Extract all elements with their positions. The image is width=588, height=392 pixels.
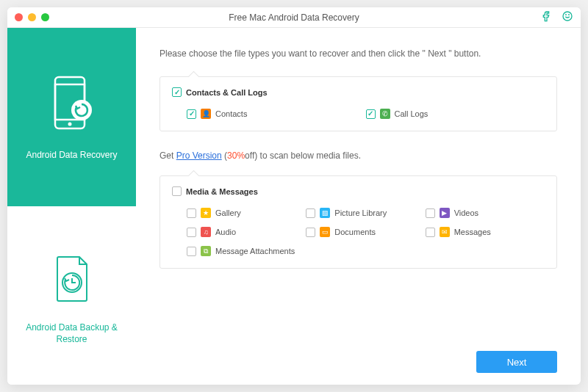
pro-version-link[interactable]: Pro Version — [176, 150, 222, 161]
item-label: Call Logs — [395, 109, 429, 118]
checkbox-media-messages[interactable] — [172, 186, 182, 196]
group-items: 👤 Contacts ✆ Call Logs — [172, 104, 545, 123]
sidebar-item-label: Android Data Backup & Restore — [15, 322, 129, 345]
group-contacts-call-logs: Contacts & Call Logs 👤 Contacts ✆ Call L… — [159, 76, 557, 131]
window-controls — [15, 13, 49, 21]
audio-icon: ♫ — [201, 227, 211, 237]
checkbox-contacts-call-logs[interactable] — [172, 87, 182, 97]
sidebar: Android Data Recovery Android Data Backu… — [7, 28, 136, 385]
item-label: Messages — [454, 228, 491, 236]
pro-version-promo: Get Pro Version (30%off) to scan below m… — [159, 150, 557, 161]
item-call-logs[interactable]: ✆ Call Logs — [366, 104, 545, 123]
maximize-window-button[interactable] — [41, 13, 49, 21]
svg-point-6 — [71, 100, 92, 120]
facebook-icon[interactable] — [541, 10, 553, 25]
item-label: Documents — [334, 228, 376, 236]
call-logs-icon: ✆ — [380, 109, 390, 119]
main-content: Please choose the file types you want to… — [136, 28, 581, 385]
checkbox-documents[interactable] — [306, 228, 315, 237]
checkbox-picture-library[interactable] — [306, 208, 315, 218]
svg-point-2 — [569, 14, 570, 15]
footer: Next — [159, 351, 557, 373]
item-label: Contacts — [215, 109, 247, 118]
checkbox-message-attachments[interactable] — [187, 247, 196, 256]
item-gallery[interactable]: ★ Gallery — [187, 203, 306, 222]
group-header[interactable]: Media & Messages — [172, 186, 545, 196]
message-attachments-icon: ⧉ — [201, 246, 211, 256]
minimize-window-button[interactable] — [28, 13, 36, 21]
item-label: Message Attachments — [215, 247, 295, 255]
item-label: Picture Library — [334, 208, 387, 217]
item-message-attachments[interactable]: ⧉ Message Attachments — [187, 242, 306, 261]
group-media-messages: Media & Messages ★ Gallery ▧ Picture Lib… — [159, 175, 557, 269]
documents-icon: ▭ — [320, 227, 330, 237]
item-documents[interactable]: ▭ Documents — [306, 222, 425, 242]
videos-icon: ▶ — [440, 208, 450, 218]
phone-recovery-icon — [46, 73, 98, 139]
backup-restore-icon — [46, 246, 98, 312]
sidebar-item-label: Android Data Recovery — [26, 150, 117, 161]
app-window: Free Mac Android Data Recovery — [7, 7, 581, 385]
window-title: Free Mac Android Data Recovery — [7, 12, 581, 23]
checkbox-call-logs[interactable] — [366, 109, 376, 119]
item-label: Audio — [215, 228, 236, 236]
titlebar-actions — [541, 10, 573, 25]
item-audio[interactable]: ♫ Audio — [187, 222, 306, 242]
titlebar: Free Mac Android Data Recovery — [7, 7, 581, 28]
group-items: ★ Gallery ▧ Picture Library ▶ Videos — [172, 203, 545, 261]
contacts-icon: 👤 — [201, 109, 211, 119]
feedback-icon[interactable] — [562, 10, 573, 25]
next-button[interactable]: Next — [476, 351, 557, 373]
gallery-icon: ★ — [201, 208, 211, 218]
discount-text: 30% — [227, 150, 245, 161]
item-videos[interactable]: ▶ Videos — [426, 203, 545, 222]
app-body: Android Data Recovery Android Data Backu… — [7, 28, 581, 385]
sidebar-item-backup-restore[interactable]: Android Data Backup & Restore — [7, 206, 136, 385]
sidebar-item-data-recovery[interactable]: Android Data Recovery — [7, 28, 136, 206]
item-picture-library[interactable]: ▧ Picture Library — [306, 203, 425, 222]
svg-point-5 — [68, 122, 71, 126]
checkbox-audio[interactable] — [187, 228, 196, 237]
group-title: Contacts & Call Logs — [186, 88, 268, 97]
checkbox-contacts[interactable] — [187, 109, 196, 119]
checkbox-gallery[interactable] — [187, 208, 196, 218]
item-contacts[interactable]: 👤 Contacts — [187, 104, 366, 123]
item-label: Videos — [454, 208, 478, 217]
close-window-button[interactable] — [15, 13, 23, 21]
group-title: Media & Messages — [186, 187, 258, 196]
svg-point-1 — [566, 14, 567, 15]
picture-library-icon: ▧ — [320, 208, 330, 218]
item-label: Gallery — [215, 208, 241, 217]
checkbox-videos[interactable] — [426, 208, 435, 218]
instruction-text: Please choose the file types you want to… — [159, 48, 557, 59]
checkbox-messages[interactable] — [426, 228, 435, 237]
messages-icon: ✉ — [440, 227, 450, 237]
svg-point-0 — [563, 12, 572, 21]
group-header[interactable]: Contacts & Call Logs — [172, 87, 545, 97]
item-messages[interactable]: ✉ Messages — [426, 222, 545, 242]
